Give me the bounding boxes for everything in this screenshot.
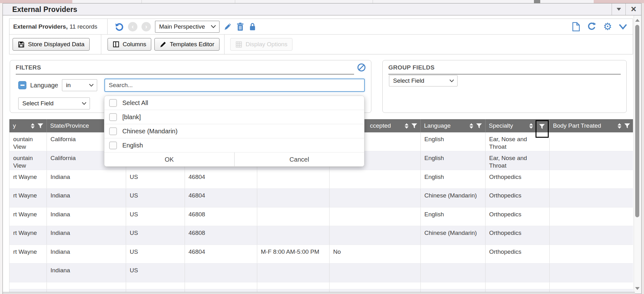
- perspective-value: Main Perspective: [159, 23, 205, 30]
- columns-button[interactable]: Columns: [108, 38, 151, 51]
- table-cell: US: [126, 189, 185, 208]
- checkbox-unchecked[interactable]: [109, 113, 117, 121]
- table-row[interactable]: rt WayneIndianaUS46804EnglishOrthopedics: [9, 170, 633, 189]
- scroll-up-button[interactable]: [634, 17, 641, 24]
- toolbar: External Providers, 11 records ‹ › Main …: [9, 19, 633, 54]
- sort-icon[interactable]: [405, 123, 408, 129]
- table-cell: rt Wayne: [9, 226, 47, 245]
- filter-field-label: Language: [30, 82, 58, 89]
- add-filter-field-select[interactable]: Select Field: [18, 97, 90, 109]
- table-cell: Indiana: [47, 189, 126, 208]
- table-cell: [549, 189, 633, 208]
- save-icon: [18, 41, 25, 48]
- table-cell: US: [126, 226, 185, 245]
- table-cell: US: [126, 170, 185, 189]
- export-file-button[interactable]: [572, 22, 580, 31]
- table-cell: Indiana: [47, 207, 126, 226]
- undo-icon: [114, 22, 124, 31]
- filter-funnel-icon[interactable]: [37, 123, 43, 129]
- sort-icon[interactable]: [469, 123, 473, 129]
- dialog-menu-button[interactable]: [612, 3, 625, 15]
- filter-search-input[interactable]: [104, 79, 365, 92]
- table-row[interactable]: rt WayneIndianaUS46808EnglishOrthopedics: [9, 207, 633, 226]
- sort-icon[interactable]: [529, 123, 533, 129]
- lock-perspective-button[interactable]: [248, 22, 257, 31]
- delete-perspective-button[interactable]: [236, 22, 244, 31]
- collapse-toolbar-button[interactable]: [619, 24, 627, 30]
- table-row[interactable]: rt WayneIndianaUS46808Chinese (Mandarin)…: [9, 226, 633, 245]
- filter-funnel-icon: [539, 124, 545, 129]
- records-title: External Providers,: [13, 23, 68, 30]
- table-cell: US: [126, 245, 185, 263]
- checkbox-unchecked[interactable]: [109, 127, 117, 135]
- scroll-down-button[interactable]: [634, 285, 641, 292]
- column-label: ccepted: [370, 122, 391, 129]
- pencil-icon: [159, 41, 167, 48]
- dropdown-option-select-all[interactable]: Select All: [104, 96, 364, 110]
- column-header-language[interactable]: Language: [420, 119, 485, 132]
- dropdown-option-chinese-mandarin[interactable]: Chinese (Mandarin): [104, 124, 364, 138]
- records-count: 11 records: [69, 23, 97, 30]
- language-filter-dropdown: Select All [blank] Chinese (Mandarin) En…: [104, 96, 364, 167]
- dropdown-option-english[interactable]: English: [104, 138, 364, 153]
- scrollbar-thumb[interactable]: [635, 25, 639, 217]
- filter-funnel-icon[interactable]: [411, 123, 417, 129]
- background-divider: [235, 0, 235, 3]
- refresh-button[interactable]: [587, 22, 596, 31]
- table-cell: US: [126, 207, 185, 226]
- background-left-strip: [0, 3, 3, 294]
- option-label: Chinese (Mandarin): [122, 128, 178, 135]
- chevron-down-icon: [211, 25, 216, 28]
- chevron-down-icon: [89, 84, 94, 87]
- history-back-button[interactable]: ‹: [128, 22, 137, 31]
- dropdown-option-blank[interactable]: [blank]: [104, 110, 364, 124]
- sort-icon[interactable]: [31, 123, 35, 129]
- table-cell: 46808: [185, 226, 257, 245]
- table-cell: [185, 263, 257, 282]
- table-row[interactable]: [9, 282, 633, 289]
- column-header-specialty[interactable]: Specialty: [485, 119, 549, 132]
- table-row[interactable]: IndianaUS: [9, 263, 633, 282]
- group-field-select[interactable]: Select Field: [389, 75, 458, 86]
- history-forward-button[interactable]: ›: [142, 22, 151, 31]
- checkbox-unchecked[interactable]: [109, 141, 117, 149]
- edit-perspective-button[interactable]: [224, 22, 232, 31]
- table-cell: Orthopedics: [485, 207, 549, 226]
- filter-funnel-icon[interactable]: [476, 123, 482, 129]
- table-row[interactable]: [9, 289, 633, 292]
- perspective-select[interactable]: Main Perspective: [155, 21, 219, 33]
- checkbox-unchecked[interactable]: [109, 99, 117, 107]
- table-cell: [126, 282, 185, 289]
- dropdown-cancel-button[interactable]: Cancel: [234, 153, 364, 166]
- table-cell: Orthopedics: [485, 170, 549, 189]
- language-filter-checkbox[interactable]: [18, 81, 26, 89]
- filter-funnel-icon[interactable]: [624, 123, 630, 129]
- dialog-close-button[interactable]: ✕: [625, 3, 641, 15]
- table-row[interactable]: rt WayneIndianaUS46804Chinese (Mandarin)…: [9, 189, 633, 208]
- table-cell: [549, 263, 633, 282]
- templates-editor-button[interactable]: Templates Editor: [154, 38, 219, 51]
- filter-operator-select[interactable]: in: [62, 79, 97, 91]
- store-displayed-data-button[interactable]: Store Displayed Data: [13, 38, 90, 51]
- arrow-down-icon: [635, 287, 640, 290]
- table-cell: Ear, Nose and Throat: [485, 151, 549, 170]
- table-cell: [257, 263, 329, 282]
- dialog-titlebar: External Providers ✕: [3, 3, 641, 15]
- column-header-body-part-treated[interactable]: Body Part Treated: [549, 119, 633, 132]
- table-cell: [485, 263, 549, 282]
- table-cell: [485, 282, 549, 289]
- sort-icon[interactable]: [618, 123, 621, 129]
- table-row[interactable]: rt WayneIndianaUS46804M-F 8:00 AM-5:00 P…: [9, 245, 633, 263]
- settings-button[interactable]: ⚙: [603, 22, 612, 31]
- background-divider: [142, 0, 142, 3]
- add-filter-field-value: Select Field: [22, 100, 53, 107]
- undo-button[interactable]: [114, 22, 124, 31]
- dropdown-ok-button[interactable]: OK: [104, 153, 234, 166]
- table-cell: Chinese (Mandarin): [420, 189, 485, 208]
- clear-filters-button[interactable]: [357, 63, 366, 73]
- specialty-filter-funnel-focused[interactable]: [536, 120, 549, 138]
- table-cell: [329, 282, 420, 289]
- table-cell: [420, 245, 485, 263]
- table-cell: [257, 226, 329, 245]
- column-header-city[interactable]: y: [9, 119, 47, 132]
